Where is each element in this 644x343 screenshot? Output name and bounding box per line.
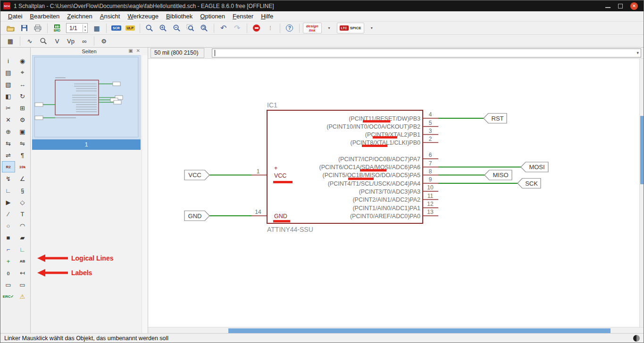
menu-fenster[interactable]: Fenster — [229, 12, 257, 21]
tool-mirror[interactable]: ◧ — [2, 90, 15, 102]
menu-bibliothek[interactable]: Bibliothek — [162, 12, 196, 21]
minimize-button[interactable] — [605, 7, 611, 8]
menu-zeichnen[interactable]: Zeichnen — [63, 12, 96, 21]
tool-copy[interactable]: ⊞ — [16, 102, 29, 114]
tool-display[interactable]: ▤ — [2, 67, 15, 78]
tool-value[interactable]: 10k — [16, 161, 29, 172]
tool-frame[interactable]: ▭ — [2, 279, 15, 290]
tool-delete[interactable]: ✕ — [2, 114, 15, 125]
schematic-drawing[interactable]: IC1ATTINY44-SSU4(PCINT11/RESET/DW)PB3RST… — [148, 59, 639, 327]
tool-pinswap[interactable]: ⇆ — [2, 138, 15, 149]
designlink-button[interactable]: design link — [303, 23, 322, 33]
tool-dimension[interactable]: ↤ — [16, 267, 29, 278]
zoom-probe-button[interactable] — [37, 36, 50, 47]
tool-gateswap[interactable]: ⇋ — [16, 138, 29, 149]
tool-name[interactable]: R2 — [2, 161, 15, 172]
zoom-fit-button[interactable] — [143, 23, 156, 33]
zoom-redraw-button[interactable] — [198, 23, 210, 33]
tool-group[interactable]: ▧ — [2, 79, 15, 90]
open-button[interactable] — [4, 23, 17, 33]
tool-attribute[interactable]: {} — [2, 267, 15, 278]
tool-arrow[interactable]: ▶ — [2, 196, 15, 208]
close-button[interactable]: ✕ — [630, 2, 638, 10]
sheet-spinner[interactable]: ▴▾ — [83, 24, 87, 32]
ltcspice-button[interactable]: LTC SPICE — [337, 23, 364, 33]
voltage-probe-button[interactable]: V — [51, 36, 63, 47]
tool-wire[interactable]: ∕ — [2, 208, 15, 220]
tool-net[interactable]: ∟ — [16, 244, 29, 255]
run-ulp-button[interactable]: ULP — [124, 23, 136, 33]
settings-button[interactable]: ⚙ — [98, 36, 110, 47]
signal-wire-button[interactable]: ∿ — [24, 36, 36, 47]
tool-junction[interactable]: + — [2, 255, 15, 267]
designlink-dropdown[interactable]: ▾ — [323, 23, 335, 33]
command-input[interactable]: ▾ — [212, 49, 641, 57]
tool-polygon[interactable]: ▰ — [16, 232, 29, 243]
net-label-miso[interactable]: MISO — [493, 172, 508, 179]
run-script-button[interactable]: SCR — [110, 23, 123, 33]
tool-paste[interactable]: ▣ — [16, 126, 29, 137]
page-list-item-1[interactable]: 1 — [32, 139, 141, 150]
tool-rect[interactable]: ■ — [2, 232, 15, 243]
status-indicator-icon[interactable] — [633, 335, 640, 342]
net-label-sck[interactable]: SCK — [525, 180, 538, 187]
menu-hilfe[interactable]: Hilfe — [257, 12, 277, 21]
tool-tag[interactable]: ◇ — [16, 196, 29, 208]
save-button[interactable] — [18, 23, 30, 33]
pages-scrollbar[interactable] — [142, 55, 148, 334]
voltage-phase-probe-button[interactable]: Vp — [65, 36, 77, 47]
menu-ansicht[interactable]: Ansicht — [96, 12, 124, 21]
tool-circle[interactable]: ○ — [2, 220, 15, 231]
net-label-mosi[interactable]: MOSI — [529, 163, 544, 171]
vertical-scrollbar[interactable] — [639, 59, 644, 327]
tool-rotate[interactable]: ↻ — [16, 90, 29, 102]
zoom-in-button[interactable] — [157, 23, 169, 33]
tool-split[interactable]: ∟ — [2, 185, 15, 196]
page-thumbnail[interactable] — [32, 55, 141, 139]
tool-replace[interactable]: ⇌ — [2, 149, 15, 161]
help-button[interactable]: ? — [284, 23, 296, 33]
menu-optionen[interactable]: Optionen — [196, 12, 229, 21]
switch-to-board-button[interactable]: BRD — [51, 23, 63, 33]
tool-errors[interactable]: ⚠ — [16, 291, 29, 302]
zoom-select-button[interactable] — [184, 23, 197, 33]
probe-link-button[interactable]: ∞ — [78, 36, 91, 47]
sheet-list-button[interactable]: ▦ — [91, 23, 103, 33]
menu-bearbeiten[interactable]: Bearbeiten — [26, 12, 63, 21]
menu-datei[interactable]: Datei — [4, 12, 26, 21]
tool-erc[interactable]: ERC✓ — [2, 291, 15, 302]
sheet-selector[interactable]: 1/1 ▴▾ — [66, 23, 88, 33]
ic-ref-label[interactable]: IC1 — [267, 101, 277, 109]
tool-text[interactable]: T — [16, 208, 29, 220]
net-label-rst[interactable]: RST — [492, 115, 504, 122]
ltcspice-dropdown[interactable]: ▾ — [366, 23, 378, 33]
tool-invoke[interactable]: § — [16, 185, 29, 196]
print-button[interactable] — [32, 23, 44, 33]
net-label-gnd[interactable]: GND — [188, 212, 202, 220]
close-panel-icon[interactable]: ✕ — [136, 48, 140, 53]
stop-button[interactable] — [251, 23, 263, 33]
tool-module[interactable]: ▭ — [16, 279, 29, 290]
tool-arc[interactable]: ◠ — [16, 220, 29, 231]
tool-richtext[interactable]: ¶ — [16, 149, 29, 161]
tool-info[interactable]: i — [2, 55, 15, 66]
tool-miter[interactable]: ∠ — [16, 173, 29, 184]
schematic-canvas[interactable]: IC1ATTINY44-SSU4(PCINT11/RESET/DW)PB3RST… — [148, 59, 639, 327]
tool-move[interactable]: ↔ — [16, 79, 29, 90]
dock-panel-icon[interactable]: ▣ — [128, 48, 133, 53]
tool-show[interactable]: ◉ — [16, 55, 29, 66]
redo-button[interactable]: ↷ — [231, 23, 243, 33]
tool-label[interactable]: AB — [16, 255, 29, 267]
maximize-button[interactable] — [618, 4, 623, 8]
ic-value-label[interactable]: ATTINY44-SSU — [267, 226, 313, 233]
zoom-out-button[interactable] — [171, 23, 183, 33]
tool-bus[interactable]: ⌐ — [2, 244, 15, 255]
tool-change[interactable]: ⚙ — [16, 114, 29, 125]
net-label-vcc[interactable]: VCC — [188, 172, 201, 179]
chevron-down-icon[interactable]: ▾ — [636, 50, 639, 55]
vertical-scrollbar-thumb[interactable] — [640, 116, 644, 184]
tool-smash[interactable]: ↯ — [2, 173, 15, 184]
frame-grid-button[interactable]: ▦ — [4, 36, 17, 47]
tool-mark[interactable]: ⌖ — [16, 67, 29, 78]
overflow-dots-icon[interactable]: ⁞ — [264, 23, 276, 33]
